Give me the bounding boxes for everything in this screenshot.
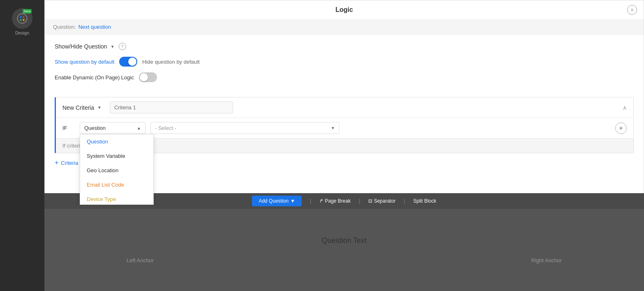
add-condition-button[interactable]: + [615,122,627,134]
new-badge: New [23,9,32,14]
dynamic-logic-toggle[interactable] [139,72,157,82]
criteria-header: New Criteria ▼ ∧ [56,97,633,118]
show-hide-label: Show/Hide Question [55,43,107,50]
anchor-row: Left Anchor Right Anchor [44,257,644,263]
if-label: IF [62,125,75,131]
svg-point-2 [23,16,25,18]
criteria-arrow-icon: ▼ [97,105,102,110]
sidebar-icon-area: New Design [12,8,32,35]
show-by-default-label: Show question by default [55,59,114,65]
left-anchor-label: Left Anchor [127,257,154,263]
new-criteria-dropdown[interactable]: New Criteria ▼ [62,104,102,111]
svg-point-3 [20,19,22,21]
if-type-wrapper: Question ▲ Question System Variable Geo … [80,122,145,134]
dynamic-logic-knob [140,73,148,81]
question-bar: Question: Next question [45,20,644,35]
if-type-arrow-icon: ▲ [137,126,141,130]
question-text-label: Question Text [322,236,367,245]
new-criteria-label: New Criteria [62,104,94,111]
add-criteria-plus-icon: + [55,159,58,166]
svg-point-4 [23,19,25,21]
criteria-collapse-button[interactable]: ∧ [623,104,627,111]
controls-area: Show/Hide Question ▼ ? Show question by … [45,35,644,97]
left-sidebar: New Design [0,0,44,291]
show-hide-row: Show/Hide Question ▼ ? [55,43,634,50]
select-arrow-icon: ▼ [331,126,335,130]
dynamic-logic-row: Enable Dynamic (On Page) Logic [55,72,634,82]
show-hide-dropdown[interactable]: Show/Hide Question ▼ [55,43,115,50]
dropdown-item-geo-location[interactable]: Geo Location [80,163,153,178]
add-question-button[interactable]: Add Question ▼ [252,196,302,206]
dropdown-item-email-list-code[interactable]: Email List Code [80,178,153,192]
split-block-button[interactable]: Split Block [413,198,436,204]
question-bar-value: Next question [78,24,111,30]
select-text: - Select - [155,125,331,131]
show-hide-toggle[interactable] [119,57,137,67]
design-icon[interactable]: New [12,8,32,29]
if-type-dropdown-menu: Question System Variable Geo Location Em… [80,134,154,205]
sidebar-design-label: Design [15,30,29,35]
help-icon[interactable]: ? [119,43,126,50]
toggle-row: Show question by default Hide question b… [55,57,634,67]
toggle-knob [128,58,136,66]
svg-point-1 [20,16,22,18]
question-bar-label: Question: [53,24,76,30]
page-break-button[interactable]: ↱ Page Break [319,198,351,204]
hide-by-default-label: Hide question by default [142,59,199,65]
bottom-page-area: Question Text Left Anchor Right Anchor [44,209,644,291]
modal-header: Logic × [45,0,644,20]
if-type-dropdown[interactable]: Question ▲ [80,122,145,134]
dropdown-item-question[interactable]: Question [80,134,153,149]
criteria-name-input[interactable] [110,102,233,113]
show-hide-arrow-icon: ▼ [111,44,115,49]
right-anchor-label: Right Anchor [531,257,562,263]
if-row: IF Question ▲ Question System Variable G… [56,118,633,138]
modal-body: Question: Next question Show/Hide Questi… [45,20,644,205]
dropdown-item-device-type[interactable]: Device Type [80,192,153,205]
select-question-dropdown[interactable]: - Select - ▼ [150,122,339,134]
if-type-text: Question [84,125,134,131]
modal-close-button[interactable]: × [627,5,637,15]
criteria-section: New Criteria ▼ ∧ IF Question ▲ [55,97,634,153]
dynamic-logic-label: Enable Dynamic (On Page) Logic [55,74,134,81]
modal-title: Logic [335,6,353,14]
separator-button[interactable]: ⊟ Separator [368,198,395,204]
svg-point-0 [17,14,27,23]
add-criteria-label: Criteria [61,160,78,166]
dropdown-item-system-variable[interactable]: System Variable [80,149,153,163]
